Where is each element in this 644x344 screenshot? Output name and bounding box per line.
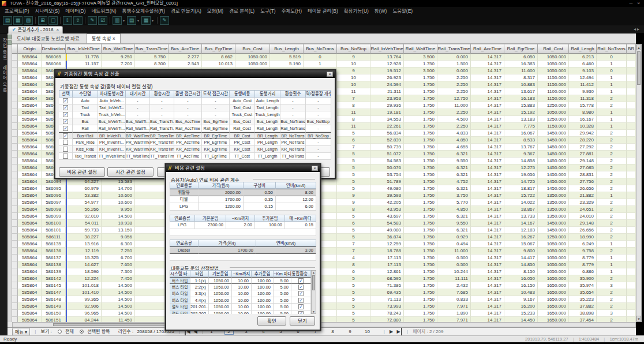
menu-item[interactable]: 도움말(E): [392, 7, 413, 15]
cell[interactable]: 5.00: [274, 290, 291, 297]
grid-cell[interactable]: 585864: [18, 158, 42, 164]
dialog1-cell[interactable]: -: [306, 153, 331, 160]
grid-cell[interactable]: 585864: [18, 234, 42, 241]
grid-cell[interactable]: 1050.000: [538, 68, 569, 74]
open-project-icon[interactable]: ▦: [13, 16, 23, 25]
grid-cell[interactable]: 1650.000: [538, 317, 569, 322]
column-header-Bus_Length[interactable]: Bus_Length: [270, 44, 304, 54]
grid-cell[interactable]: 5: [337, 234, 370, 241]
dialog1-cell[interactable]: -: [150, 111, 174, 118]
grid-cell[interactable]: 1650.000: [538, 303, 569, 310]
grid-cell[interactable]: 18.867: [504, 206, 538, 213]
radio-all[interactable]: [58, 330, 62, 334]
grid-cell[interactable]: 5: [337, 213, 370, 220]
grid-cell[interactable]: 11.157: [66, 61, 102, 68]
grid-cell[interactable]: 585864: [18, 81, 42, 88]
row-selector-cell[interactable]: [12, 282, 18, 289]
grid-cell[interactable]: 24.651: [569, 206, 597, 213]
grid-cell[interactable]: 22.261: [370, 123, 404, 130]
grid-cell[interactable]: 11: [337, 123, 370, 130]
dialog1-cell[interactable]: Bus_NoStop: [306, 118, 331, 125]
grid-cell[interactable]: 585864: [18, 164, 42, 171]
grid-cell[interactable]: 6.321: [437, 185, 471, 192]
grid-cell[interactable]: 585864: [18, 171, 42, 178]
grid-cell[interactable]: 29.942: [569, 130, 597, 137]
grid-cell[interactable]: 50.739: [370, 144, 404, 151]
menu-item[interactable]: 데이터(D): [65, 7, 85, 15]
column-header-Origin[interactable]: Origin: [18, 44, 42, 54]
grid-cell[interactable]: 8.779: [569, 255, 597, 261]
grid-cell[interactable]: 1.750: [404, 220, 437, 227]
transit-fare-table[interactable]: 시스템 타..타입기본운임~Km까지추가운임~Km 마다통합환승..버스 타입1…: [170, 270, 311, 314]
grid-cell[interactable]: 586145: [42, 282, 66, 289]
dialog1-cell[interactable]: -: [280, 104, 306, 111]
table-row[interactable]: 58586458613814.6277.6500817.1131.7500.50…: [12, 261, 636, 268]
grid-cell[interactable]: 1450.000: [538, 227, 569, 234]
grid-cell[interactable]: 0: [597, 54, 627, 61]
cost-settings-dialog-titlebar[interactable]: // 비용 관련 설정 ×: [166, 164, 320, 172]
grid-cell[interactable]: 1: [597, 61, 627, 68]
grid-cell[interactable]: 585864: [18, 289, 42, 296]
grid-cell[interactable]: 0: [597, 68, 627, 74]
dialog1-cell[interactable]: PR_TransTime: [150, 139, 174, 146]
checkbox-checked-icon[interactable]: ✓: [298, 311, 304, 315]
grid-cell[interactable]: 5: [337, 130, 370, 137]
grid-cell[interactable]: 14.317: [471, 61, 504, 68]
grid-cell[interactable]: 29.936: [370, 102, 404, 109]
grid-cell[interactable]: 7.650: [102, 261, 135, 268]
grid-cell[interactable]: 12.750: [437, 95, 471, 102]
row-selector-cell[interactable]: [12, 303, 18, 310]
grid-cell[interactable]: 39.593: [370, 192, 404, 199]
table-row[interactable]: 58586458606611.1577.2008.3002.54310.0131…: [12, 61, 636, 68]
grid-cell[interactable]: 1050.000: [538, 61, 569, 68]
grid-cell[interactable]: 1: [597, 109, 627, 116]
trip-attribute-dialog-titlebar[interactable]: // 기종점간 통행 속성 값 산출 ×: [55, 70, 335, 78]
grid-cell[interactable]: 13.150: [102, 227, 135, 234]
dialog1-cell[interactable]: Bus_TransTi...: [150, 118, 174, 125]
grid-cell[interactable]: 15.583: [102, 178, 135, 185]
grid-cell[interactable]: 96.965: [66, 310, 102, 317]
table-row[interactable]: 58586458614212.2247.4501568.5951.75011.1…: [12, 275, 636, 282]
grid-cell[interactable]: 6: [337, 268, 370, 275]
checkbox-checked-icon[interactable]: ✓: [63, 133, 68, 139]
table-row[interactable]: 58586458609560.97914.7001549.0801.7506.3…: [12, 185, 636, 192]
checkbox-checked-icon[interactable]: ✓: [298, 285, 304, 290]
menu-item[interactable]: 확장기능(U): [344, 7, 369, 15]
row-selector-cell[interactable]: [12, 81, 18, 88]
title-bar[interactable]: TOVA - 전수화_2016_day(16~25)[F:\TOVA 메뉴얼 관…: [0, 0, 644, 7]
checkbox-checked-icon[interactable]: ✓: [298, 278, 304, 283]
grid-cell[interactable]: 2.543: [169, 61, 202, 68]
time-settings-button[interactable]: 시간 관련 설정: [107, 167, 153, 177]
menu-item[interactable]: 도구(T): [260, 7, 276, 15]
grid-cell[interactable]: 1: [597, 88, 627, 95]
grid-cell[interactable]: 3: [597, 310, 627, 317]
next-page-icon[interactable]: ▶: [390, 328, 393, 335]
grid-cell[interactable]: 14.725: [504, 178, 538, 185]
table-row[interactable]: 58586458614899.36514.5001571.1131.7500.8…: [12, 296, 636, 303]
row-selector-cell[interactable]: [12, 248, 18, 255]
grid-cell[interactable]: 21.311: [370, 88, 404, 95]
fuel-price-table[interactable]: 연료종류가격(원/ℓ)구성비연비(km/ℓ)휘발유2000.000.508.00…: [170, 182, 316, 211]
chart-view-icon[interactable]: ▦: [141, 16, 151, 25]
grid-cell[interactable]: 14.317: [471, 164, 504, 171]
grid-cell[interactable]: 53.754: [370, 171, 404, 178]
grid-cell[interactable]: [135, 241, 169, 248]
column-header-Bus_TransTime[interactable]: Bus_TransTime: [135, 44, 169, 54]
grid-cell[interactable]: 8.533: [504, 137, 538, 144]
grid-cell[interactable]: 84.244: [66, 317, 102, 322]
grid-cell[interactable]: 585864: [18, 275, 42, 282]
row-selector-cell[interactable]: [12, 68, 18, 74]
dialog1-cell[interactable]: Taxi_Cost: [230, 104, 255, 111]
mode-check-cell[interactable]: ✓: [59, 125, 73, 132]
grid-cell[interactable]: 23.953: [370, 95, 404, 102]
table-scrollbar[interactable]: ▲ ▼: [311, 270, 316, 314]
grid-cell[interactable]: 14.450: [504, 317, 538, 322]
cell[interactable]: 10.00: [232, 304, 252, 311]
grid-cell[interactable]: 0.494: [437, 241, 471, 248]
scroll-down-icon[interactable]: ▼: [312, 310, 316, 313]
grid-cell[interactable]: 586100: [42, 220, 66, 227]
grid-cell[interactable]: 43.697: [370, 213, 404, 220]
grid-cell[interactable]: 1.750: [404, 213, 437, 220]
grid-cell[interactable]: 35.654: [569, 289, 597, 296]
grid-cell[interactable]: 8.662: [202, 54, 235, 61]
